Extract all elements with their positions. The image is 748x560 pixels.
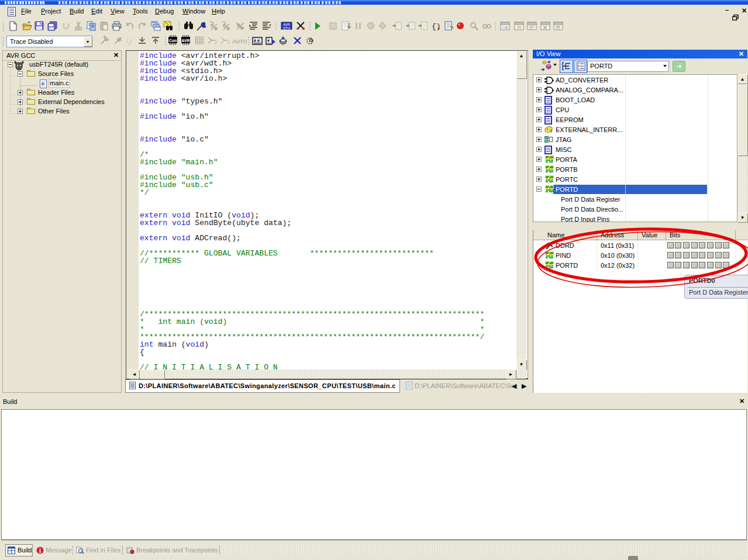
svg-text:0x: 0x (517, 25, 522, 29)
svg-text:AVR: AVR (181, 39, 189, 43)
svg-text:STU: STU (283, 26, 290, 30)
svg-text:{): {) (432, 22, 440, 31)
svg-text:Con: Con (169, 39, 177, 43)
svg-text:2: 2 (227, 40, 230, 44)
svg-text:2: 2 (215, 40, 217, 44)
